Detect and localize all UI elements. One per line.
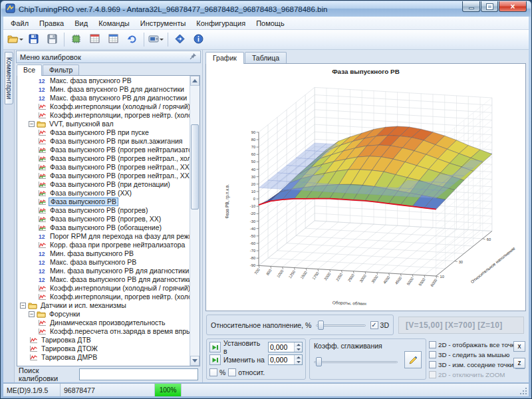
undo-button[interactable]	[123, 31, 141, 48]
expand-toggle[interactable]: −	[29, 121, 35, 127]
tree-item[interactable]: Коэфф.интерполяции (холодный / горячий)	[17, 102, 190, 111]
tree-item[interactable]: Фаза выпускного РВ (прогрев нейтрал., XX…	[17, 172, 190, 180]
minimize-button[interactable]	[462, 1, 480, 12]
save-as-button[interactable]	[43, 31, 61, 48]
option-checkbox-3[interactable]: 2D - отключить ZOOM	[429, 371, 505, 378]
tree-item[interactable]: Коэфф.интерполяции, прогрев нейтр. (холо…	[17, 293, 190, 301]
change-value-input[interactable]	[269, 355, 294, 364]
tree-item[interactable]: Коэфф.интерполяции, прогрев нейтр. (холо…	[17, 111, 190, 120]
resize-grip[interactable]	[519, 384, 529, 396]
tree-item[interactable]: 12Макс. фаза выпускного РВ для диагности…	[17, 275, 190, 284]
maximize-button[interactable]	[481, 1, 498, 12]
menu-item-4[interactable]: Инструменты	[135, 18, 192, 29]
option-checkbox-1[interactable]: 3D - следить за мышью	[429, 351, 509, 358]
about-button[interactable]	[190, 31, 207, 48]
tree-item[interactable]: 12Мин. фаза выпускного РВ для диагностик…	[17, 267, 190, 275]
scrollbar-thumb[interactable]	[191, 124, 199, 209]
device-button[interactable]	[147, 31, 165, 48]
dropdown-caret-icon[interactable]	[19, 39, 23, 41]
tree-item[interactable]: 12Макс. фаза выпускного РВ	[17, 258, 190, 267]
table-view-button[interactable]	[104, 31, 122, 48]
view-tab-1[interactable]: Таблица	[245, 52, 287, 63]
expand-toggle[interactable]: −	[20, 303, 26, 309]
calib-tab-1[interactable]: Фильтр	[43, 65, 79, 75]
axis-x-button[interactable]: x	[513, 341, 525, 352]
percent-checkbox[interactable]: %	[209, 368, 225, 376]
tree-item[interactable]: 12Мин. фаза выпускного РВ	[17, 249, 190, 258]
tree-item[interactable]: −VVT, выпускной вал	[17, 120, 190, 128]
compare-tables-button[interactable]	[86, 31, 104, 48]
tree-item[interactable]: Фаза выпускного РВ (при детонации)	[17, 180, 190, 189]
spin-down-button[interactable]	[295, 360, 302, 364]
tree-item[interactable]: Фаза выпускного РВ (прогрев нейтрал., XX…	[17, 163, 190, 172]
tree-item[interactable]: Динамическая производительность	[17, 319, 190, 327]
tree-item[interactable]: Коэфф.интерполяции (холодный / горячий)	[17, 284, 190, 293]
tree-item[interactable]: Тарировка ДТОЖ	[17, 344, 190, 353]
tree-item[interactable]: −Форсунки	[17, 310, 190, 319]
scroll-down-button[interactable]	[190, 356, 200, 366]
checksum-button[interactable]	[67, 31, 85, 48]
tree-item[interactable]: 12Порог RPM для перехода на фазу для реж…	[17, 232, 190, 241]
tree-item[interactable]: Фаза выпускного РВ (прогрев, XX)	[17, 215, 190, 223]
tree-item[interactable]: Тарировка ДМРВ	[17, 353, 190, 362]
scrollbar-track[interactable]	[190, 86, 200, 356]
save-button[interactable]	[25, 31, 43, 48]
smoothing-slider-thumb[interactable]	[316, 357, 322, 366]
tree-item[interactable]: Фаза выпускного РВ (прогрев)	[17, 206, 190, 215]
tree-item[interactable]: Тарировка ДТВ	[17, 336, 190, 344]
surface-plot[interactable]: -90-80-70-60-50-40-30-20-100102030405060…	[206, 64, 525, 311]
svg-text:-40: -40	[250, 227, 255, 231]
tree-item[interactable]: Фаза выпускного РВ при выкл.зажигания	[17, 137, 190, 146]
menu-item-1[interactable]: Правка	[34, 18, 69, 29]
fill-slider[interactable]	[316, 320, 365, 331]
menu-item-0[interactable]: Файл	[5, 18, 34, 29]
tree-item[interactable]: Фаза выпускного РВ (прогрев нейтрал., хо…	[17, 154, 190, 163]
expand-toggle[interactable]: −	[29, 311, 35, 317]
set-value-input[interactable]	[269, 342, 294, 352]
chart-area[interactable]: -90-80-70-60-50-40-30-20-100102030405060…	[205, 63, 526, 311]
dropdown-caret-icon[interactable]	[160, 39, 164, 41]
tree-item[interactable]: 12Мин. фаза впускного РВ для диагностики	[17, 85, 190, 94]
smoothing-slider[interactable]	[314, 356, 398, 367]
compare-files-button[interactable]	[171, 31, 189, 48]
scroll-up-button[interactable]	[190, 76, 200, 86]
close-button[interactable]: ×	[499, 1, 527, 12]
set-row: Установить в	[209, 341, 303, 353]
tree-item[interactable]: 12Макс. фаза впускного РВ для диагностик…	[17, 94, 190, 102]
menu-item-3[interactable]: Команды	[93, 18, 135, 29]
change-apply-button[interactable]	[209, 354, 221, 365]
3d-checkbox[interactable]: ✓ 3D	[370, 321, 389, 329]
tree-item[interactable]: Фаза выпускного РВ	[17, 198, 190, 206]
menu-item-6[interactable]: Помощь	[251, 18, 290, 29]
tree-item[interactable]: Фаза выпускного РВ (обогащение)	[17, 223, 190, 232]
tree-item[interactable]: Корр. фаза при прогреве нейтрализатора	[17, 241, 190, 249]
menu-item-5[interactable]: Конфигурация	[191, 18, 251, 29]
svg-text:Обороты, об/мин: Обороты, об/мин	[332, 300, 367, 307]
spin-down-button[interactable]	[295, 347, 302, 352]
calib-tab-0[interactable]: Все	[17, 65, 42, 76]
search-input[interactable]	[79, 368, 198, 380]
option-checkbox-0[interactable]: 2D - отображать все точки	[429, 341, 518, 348]
axis-z-button[interactable]: z	[513, 358, 525, 368]
menu-item-2[interactable]: Вид	[69, 18, 93, 29]
set-apply-button[interactable]	[209, 342, 221, 352]
relative-checkbox[interactable]: относит.	[228, 368, 265, 376]
tree-scrollbar[interactable]	[190, 76, 200, 366]
tree-item[interactable]: Фаза выпускного РВ (прогрев нейтрализато…	[17, 146, 190, 154]
option-checkbox-2[interactable]: 3D - изм. соседние точки	[429, 361, 513, 368]
tree-item-label: Фаза выпускного РВ (при детонации)	[49, 180, 172, 189]
title-bar[interactable]: ChipTuningPRO ver.7.4.8.969 - Antara32L_…	[1, 1, 531, 17]
view-tab-0[interactable]: График	[205, 52, 244, 64]
tree-item[interactable]: Коэфф.пересчета отн.заряда в время впрыс…	[17, 327, 190, 336]
tree-item[interactable]: Фаза выпускного РВ при пуске	[17, 128, 190, 137]
spin-up-button[interactable]	[295, 342, 302, 347]
pin-icon[interactable]	[190, 53, 197, 61]
comments-side-tab[interactable]: Комментарии	[5, 52, 13, 104]
edit-curve-button[interactable]	[404, 351, 422, 368]
spin-up-button[interactable]	[295, 355, 302, 360]
tree-item[interactable]: Фаза выпускного РВ (XX)	[17, 189, 190, 198]
tree-item[interactable]: 12Макс. фаза впускного РВ	[17, 76, 190, 85]
fill-slider-thumb[interactable]	[318, 321, 324, 330]
tree-item[interactable]: −Датчики и исп. механизмы	[17, 301, 190, 310]
open-button[interactable]	[6, 31, 24, 48]
